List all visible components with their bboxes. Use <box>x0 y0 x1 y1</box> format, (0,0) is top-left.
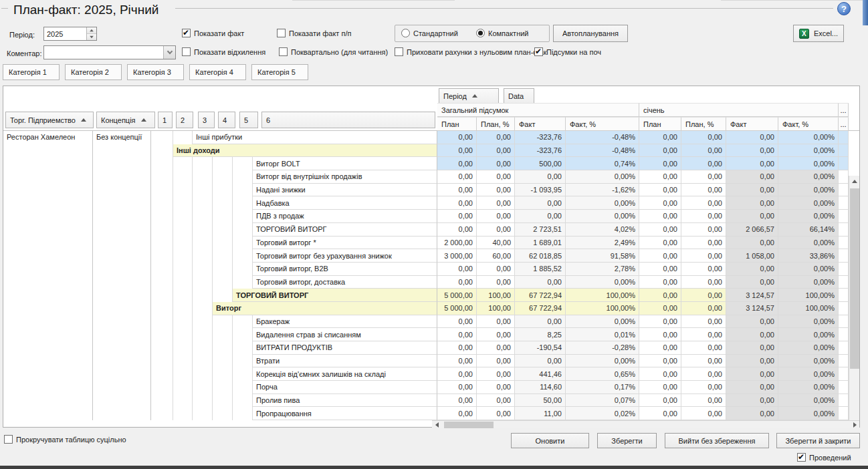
value-cell[interactable]: -1 093,95 <box>515 184 566 197</box>
value-cell[interactable]: 0,00 <box>437 223 477 237</box>
value-cell[interactable]: 11,00 <box>515 407 566 420</box>
row-label[interactable]: Пролив пива <box>253 394 437 408</box>
value-cell[interactable]: 0,00 <box>639 170 681 184</box>
combo-dropdown-icon[interactable] <box>163 46 175 59</box>
group-header-more[interactable]: ... <box>839 103 849 117</box>
value-cell[interactable]: 0,00 <box>477 131 515 144</box>
value-cell[interactable]: 0,00 <box>681 315 726 329</box>
value-cell[interactable]: 0,00% <box>778 407 839 420</box>
table-row[interactable]: Виторг від внутрішніх продажів0,000,000,… <box>151 170 849 184</box>
table-row[interactable]: Втрати0,000,000,000,00%0,000,000,000,00% <box>151 355 849 368</box>
totals-start-checkbox[interactable]: Підсумки на поч <box>534 47 601 56</box>
group-header-january[interactable]: січень <box>639 103 839 117</box>
value-cell[interactable]: 0,00 <box>437 131 477 144</box>
value-cell[interactable]: 0,00% <box>566 355 639 368</box>
table-row[interactable]: Видалення страв зі списанням0,000,008,25… <box>151 328 849 341</box>
value-cell[interactable]: 0,00 <box>726 210 778 223</box>
table-row[interactable]: Пропрацювання0,000,0011,000,02%0,000,000… <box>151 407 849 420</box>
value-cell[interactable]: 0,00 <box>639 315 681 329</box>
value-cell[interactable]: -0,28% <box>566 341 639 355</box>
tree-level-3-header[interactable]: 3 <box>198 112 215 128</box>
value-cell[interactable]: 0,00 <box>477 276 515 289</box>
value-cell[interactable]: 0,00 <box>477 315 515 329</box>
row-label[interactable]: Пропрацювання <box>253 407 437 420</box>
value-cell[interactable]: 0,00 <box>437 196 477 210</box>
value-cell[interactable]: 0,00 <box>681 144 726 158</box>
value-cell[interactable]: 0,00% <box>778 355 839 368</box>
table-row[interactable]: Порча0,000,00114,600,17%0,000,000,000,00… <box>151 381 849 394</box>
value-cell[interactable]: 1 058,00 <box>726 249 778 263</box>
value-cell[interactable]: 0,00% <box>778 131 839 144</box>
value-cell[interactable]: -0,48% <box>566 131 639 144</box>
value-cell[interactable]: 33,86% <box>778 249 839 263</box>
value-cell[interactable]: 3 000,00 <box>437 249 477 263</box>
row-label[interactable]: ТОРГОВИЙ ВИТОРГ <box>253 223 437 237</box>
row-label[interactable]: Інші прибутки <box>193 131 437 144</box>
value-cell[interactable]: 2 066,57 <box>726 223 778 237</box>
value-cell[interactable]: 0,00 <box>639 196 681 210</box>
row-label[interactable]: Надбавка <box>253 196 437 210</box>
value-cell[interactable]: 0,00 <box>639 249 681 263</box>
col-header-fact-pct[interactable]: Факт, % <box>566 117 639 131</box>
col-header-plan-jan[interactable]: План <box>639 117 681 131</box>
row-label[interactable]: ТОРГОВИЙ ВИТОРГ <box>233 289 437 302</box>
data-pivot-button[interactable]: Data <box>504 88 534 104</box>
value-cell[interactable]: 0,00 <box>726 237 778 250</box>
autoplan-button[interactable]: Автопланування <box>553 25 628 42</box>
value-cell[interactable]: 0,00 <box>726 157 778 170</box>
row-label[interactable]: Втрати <box>253 355 437 368</box>
table-row[interactable]: Інші доходи0,000,00-323,76-0,48%0,000,00… <box>151 144 849 158</box>
value-cell[interactable]: 0,00% <box>778 210 839 223</box>
value-cell[interactable]: 66,14% <box>778 223 839 237</box>
value-cell[interactable]: 0,00 <box>681 367 726 381</box>
value-cell[interactable]: 0,00 <box>681 263 726 276</box>
row-label[interactable]: ПДВ з продаж <box>253 210 437 223</box>
value-cell[interactable]: 0,00 <box>477 223 515 237</box>
value-cell[interactable]: 0,07% <box>566 394 639 408</box>
value-cell[interactable]: 0,00 <box>726 367 778 381</box>
value-cell[interactable]: 0,00 <box>639 263 681 276</box>
value-cell[interactable]: 3 124,57 <box>726 289 778 302</box>
value-cell[interactable]: 0,00 <box>639 341 681 355</box>
value-cell[interactable]: 0,00 <box>681 210 726 223</box>
value-cell[interactable]: 0,00 <box>515 196 566 210</box>
value-cell[interactable]: 0,00 <box>726 328 778 341</box>
value-cell[interactable]: 2 000,00 <box>437 237 477 250</box>
value-cell[interactable]: 0,00 <box>437 407 477 420</box>
value-cell[interactable]: 0,00 <box>477 355 515 368</box>
value-cell[interactable]: 0,00 <box>681 223 726 237</box>
value-cell[interactable]: 0,00 <box>726 381 778 394</box>
value-cell[interactable]: -323,76 <box>515 144 566 158</box>
value-cell[interactable]: 100,00 <box>477 289 515 302</box>
col-header-fact[interactable]: Факт <box>515 117 566 131</box>
row-label[interactable]: Порча <box>253 381 437 394</box>
value-cell[interactable]: 0,00 <box>437 263 477 276</box>
spin-up-icon[interactable] <box>87 27 96 34</box>
vertical-scrollbar[interactable] <box>849 176 859 420</box>
table-row[interactable]: Пролив пива0,000,0050,000,07%0,000,000,0… <box>151 394 849 408</box>
value-cell[interactable]: 0,00 <box>437 381 477 394</box>
table-row[interactable]: Корекція від'ємних залишків на складі0,0… <box>151 367 849 381</box>
value-cell[interactable]: 0,00 <box>437 170 477 184</box>
tree-level-4-header[interactable]: 4 <box>218 112 235 128</box>
category-1-button[interactable]: Категорія 1 <box>3 64 60 80</box>
scroll-left-icon[interactable] <box>432 421 441 429</box>
table-row[interactable]: Торговий виторг *2 000,0040,001 689,012,… <box>151 237 849 250</box>
value-cell[interactable]: 5 000,00 <box>437 302 477 315</box>
spin-down-icon[interactable] <box>87 34 96 40</box>
value-cell[interactable]: -323,76 <box>515 131 566 144</box>
value-cell[interactable]: 0,00 <box>726 170 778 184</box>
value-cell[interactable]: 0,00 <box>639 237 681 250</box>
table-row[interactable]: Торговий виторг, B2B0,000,001 885,522,78… <box>151 263 849 276</box>
value-cell[interactable]: 0,00% <box>778 237 839 250</box>
category-3-button[interactable]: Категорія 3 <box>127 64 184 80</box>
value-cell[interactable]: 0,00 <box>639 355 681 368</box>
value-cell[interactable]: 0,00 <box>726 144 778 158</box>
value-cell[interactable]: 0,00 <box>681 184 726 197</box>
value-cell[interactable]: 0,00 <box>515 276 566 289</box>
value-cell[interactable]: 0,00 <box>515 170 566 184</box>
scroll-whole-checkbox[interactable]: Прокручувати таблицю суцільно <box>4 435 126 444</box>
radio-compact[interactable]: Компактний <box>476 29 529 37</box>
scroll-up-icon[interactable] <box>849 176 859 186</box>
concept-cell[interactable]: Без концепції <box>93 131 151 420</box>
